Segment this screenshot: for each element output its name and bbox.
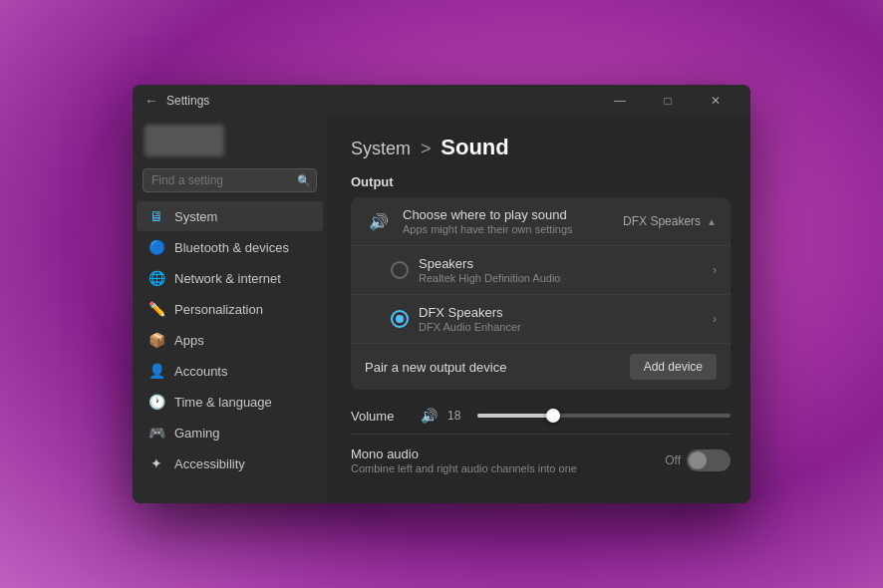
right-panel: System > Sound Output 🔊 Choose where to …: [327, 117, 750, 503]
sidebar-item-bluetooth[interactable]: 🔵 Bluetooth & devices: [137, 232, 323, 262]
dfx-radio-inner: [396, 315, 404, 323]
gaming-icon: 🎮: [148, 425, 164, 441]
dfx-right: ›: [713, 312, 717, 326]
back-button[interactable]: ←: [145, 93, 158, 109]
settings-window: ← Settings — □ ✕ 🔍 🖥 System 🔵: [133, 85, 750, 503]
pair-new-row: Pair a new output device Add device: [351, 344, 731, 390]
dfx-content: DFX Speakers DFX Audio Enhancer: [419, 305, 713, 333]
breadcrumb-separator: >: [421, 139, 432, 158]
page-title: Sound: [441, 135, 508, 159]
choose-output-content: Choose where to play sound Apps might ha…: [403, 207, 623, 235]
volume-row: Volume 🔊 18: [351, 398, 731, 434]
output-section-label: Output: [351, 174, 731, 189]
speakers-row[interactable]: Speakers Realtek High Definition Audio ›: [351, 246, 731, 295]
mono-audio-row: Mono audio Combine left and right audio …: [351, 434, 731, 478]
mono-toggle[interactable]: [687, 449, 731, 471]
mono-toggle-wrap: Off: [665, 449, 731, 471]
speakers-chevron: ›: [713, 263, 717, 277]
system-icon: 🖥: [148, 208, 164, 224]
network-icon: 🌐: [148, 270, 164, 286]
pair-new-title: Pair a new output device: [365, 360, 630, 375]
close-button[interactable]: ✕: [693, 85, 738, 117]
search-input[interactable]: [143, 168, 317, 192]
sidebar-item-accounts[interactable]: 👤 Accounts: [137, 356, 323, 386]
avatar: [145, 125, 224, 156]
sidebar-item-network[interactable]: 🌐 Network & internet: [137, 263, 323, 293]
sidebar-item-apps[interactable]: 📦 Apps: [137, 325, 323, 355]
title-bar: ← Settings — □ ✕: [133, 85, 750, 117]
sidebar-item-label: System: [174, 209, 217, 224]
sidebar-item-label: Accounts: [174, 364, 227, 379]
sidebar-item-time[interactable]: 🕐 Time & language: [137, 387, 323, 417]
sidebar-item-label: Accessibility: [174, 456, 245, 471]
speakers-title: Speakers: [419, 256, 713, 271]
volume-thumb[interactable]: [546, 409, 560, 423]
speakers-radio[interactable]: [391, 261, 409, 279]
mono-sub: Combine left and right audio channels in…: [351, 462, 665, 474]
sidebar: 🔍 🖥 System 🔵 Bluetooth & devices 🌐 Netwo…: [133, 117, 327, 503]
choose-output-row[interactable]: 🔊 Choose where to play sound Apps might …: [351, 197, 731, 246]
mono-state-label: Off: [665, 453, 681, 467]
sidebar-nav: 🖥 System 🔵 Bluetooth & devices 🌐 Network…: [133, 200, 327, 503]
mono-toggle-thumb: [689, 451, 707, 469]
accessibility-icon: ✦: [148, 455, 164, 471]
main-content: 🔍 🖥 System 🔵 Bluetooth & devices 🌐 Netwo…: [133, 117, 750, 503]
sidebar-item-personalization[interactable]: ✏️ Personalization: [137, 294, 323, 324]
sidebar-item-system[interactable]: 🖥 System: [137, 201, 323, 231]
window-title: Settings: [166, 94, 209, 108]
current-output-label: DFX Speakers: [623, 214, 701, 228]
choose-output-title: Choose where to play sound: [403, 207, 623, 222]
search-box: 🔍: [143, 168, 317, 192]
mono-title: Mono audio: [351, 446, 665, 461]
dfx-row[interactable]: DFX Speakers DFX Audio Enhancer ›: [351, 295, 731, 344]
volume-slider[interactable]: [477, 414, 731, 418]
dfx-radio[interactable]: [391, 310, 409, 328]
output-card: 🔊 Choose where to play sound Apps might …: [351, 197, 731, 390]
title-bar-left: ← Settings: [145, 93, 209, 109]
volume-fill: [477, 414, 553, 418]
sidebar-item-label: Personalization: [174, 302, 263, 317]
accounts-icon: 👤: [148, 363, 164, 379]
pair-new-right: Add device: [630, 354, 717, 380]
minimize-button[interactable]: —: [597, 85, 643, 117]
breadcrumb: System > Sound: [351, 135, 731, 160]
sidebar-item-label: Time & language: [174, 395, 272, 410]
sidebar-item-gaming[interactable]: 🎮 Gaming: [137, 418, 323, 447]
choose-output-sub: Apps might have their own settings: [403, 223, 623, 235]
bluetooth-icon: 🔵: [148, 239, 164, 255]
speakers-sub: Realtek High Definition Audio: [419, 272, 713, 284]
speakers-right: ›: [713, 263, 717, 277]
sidebar-item-accessibility[interactable]: ✦ Accessibility: [137, 448, 323, 478]
window-controls: — □ ✕: [597, 85, 738, 117]
time-icon: 🕐: [148, 394, 164, 410]
volume-number: 18: [447, 409, 467, 423]
volume-icon: 🔊: [421, 408, 438, 424]
volume-label: Volume: [351, 409, 411, 424]
sidebar-item-label: Gaming: [174, 426, 220, 441]
volume-track: [477, 414, 731, 418]
maximize-button[interactable]: □: [645, 85, 691, 117]
add-device-button[interactable]: Add device: [630, 354, 717, 380]
dfx-chevron: ›: [713, 312, 717, 326]
dfx-title: DFX Speakers: [419, 305, 713, 320]
caret-up-icon: ▲: [707, 216, 717, 227]
pair-new-content: Pair a new output device: [365, 360, 630, 375]
mono-content: Mono audio Combine left and right audio …: [351, 446, 665, 474]
sidebar-item-label: Apps: [174, 333, 204, 348]
sidebar-item-label: Bluetooth & devices: [174, 240, 289, 255]
apps-icon: 📦: [148, 332, 164, 348]
choose-output-right: DFX Speakers ▲: [623, 214, 717, 228]
sidebar-item-label: Network & internet: [174, 271, 281, 286]
speakers-content: Speakers Realtek High Definition Audio: [419, 256, 713, 284]
dfx-sub: DFX Audio Enhancer: [419, 321, 713, 333]
search-icon: 🔍: [297, 174, 311, 187]
personalization-icon: ✏️: [148, 301, 164, 317]
speaker-icon: 🔊: [365, 207, 393, 235]
breadcrumb-system: System: [351, 139, 411, 158]
